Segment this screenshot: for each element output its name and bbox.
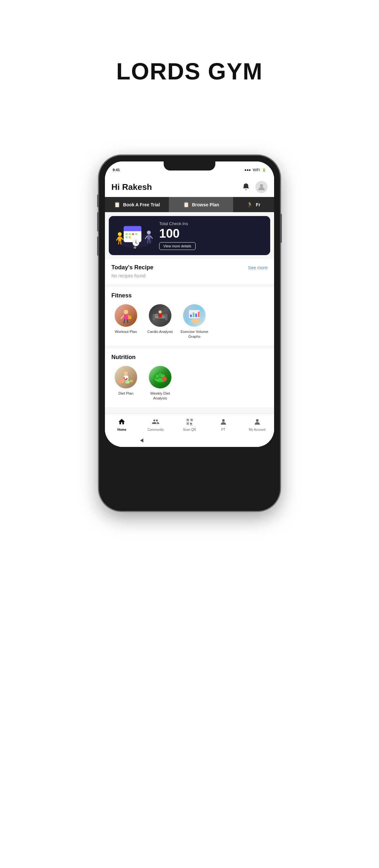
app-header: Hi Rakesh [105, 176, 274, 197]
svg-rect-46 [198, 312, 199, 317]
fitness-items: Workout Plan [112, 304, 267, 339]
cardio-analysis-icon [149, 304, 171, 327]
list-icon: 📋 [183, 202, 189, 208]
svg-rect-41 [159, 314, 162, 318]
nutrition-title: Nutrition [112, 354, 267, 361]
svg-rect-5 [126, 233, 128, 235]
power-button [280, 214, 282, 243]
nav-scan-qr-label: Scan QR [183, 428, 196, 431]
diet-plan-item[interactable]: Diet Plan [112, 366, 140, 401]
nav-my-account-label: My Account [249, 428, 266, 431]
weekly-diet-label: Weekly Diet Analysis [146, 391, 175, 401]
avatar[interactable] [255, 181, 267, 193]
nav-scan-qr[interactable]: Scan QR [173, 416, 207, 433]
svg-rect-49 [195, 318, 196, 322]
svg-line-32 [124, 320, 125, 323]
svg-point-56 [130, 380, 133, 382]
exercise-volume-icon [183, 304, 206, 327]
checkin-illustration [114, 223, 156, 249]
svg-rect-29 [124, 314, 128, 320]
svg-point-28 [124, 310, 128, 314]
workout-plan-icon [115, 304, 137, 327]
android-home-button[interactable] [186, 437, 193, 444]
volume-down-button [97, 237, 99, 256]
svg-point-0 [260, 184, 263, 187]
home-icon [118, 418, 126, 427]
recipe-see-more[interactable]: See more [248, 265, 267, 270]
recipe-section: Today's Recipe See more No recipes found [105, 259, 274, 284]
svg-point-66 [222, 419, 225, 422]
checkin-label: Total Check-Ins [159, 221, 188, 226]
cardio-analysis-item[interactable]: Cardio Analysis [146, 304, 175, 339]
header-icons [241, 181, 267, 193]
svg-rect-9 [126, 237, 128, 238]
status-bar: 9:41 ●●● WiFi 🔋 [105, 161, 274, 176]
svg-rect-36 [153, 314, 155, 320]
browse-plan-button[interactable]: 📋 Browse Plan [169, 197, 233, 212]
book-free-trial-button[interactable]: 📋 Book A Free Trial [105, 197, 169, 212]
svg-point-67 [256, 419, 259, 422]
workout-plan-label: Workout Plan [115, 330, 137, 334]
nav-home[interactable]: Home [105, 416, 139, 433]
svg-rect-50 [197, 319, 198, 322]
main-scroll: Total Check-Ins 100 View more details To… [105, 212, 274, 414]
app-content: Hi Rakesh [105, 176, 274, 447]
fr-button[interactable]: 🏃 Fr [233, 197, 274, 212]
fitness-title: Fitness [112, 292, 267, 299]
checkin-info: Total Check-Ins 100 View more details [159, 221, 265, 250]
svg-rect-8 [135, 233, 137, 235]
svg-rect-48 [193, 319, 194, 322]
svg-point-51 [124, 371, 128, 375]
nutrition-section: Nutrition [105, 349, 274, 407]
weekly-diet-item[interactable]: Weekly Diet Analysis [146, 366, 175, 401]
svg-point-17 [147, 230, 151, 235]
volume-mute-button [97, 194, 99, 207]
nav-home-label: Home [118, 428, 127, 431]
phone-frame: 9:41 ●●● WiFi 🔋 Hi Rakesh [99, 156, 280, 511]
diet-plan-label: Diet Plan [119, 391, 134, 396]
checkin-count: 100 [159, 227, 180, 240]
svg-point-55 [125, 380, 130, 383]
svg-point-54 [119, 379, 124, 383]
svg-rect-4 [124, 229, 141, 231]
android-nav-bar [105, 434, 274, 447]
android-back-button[interactable] [138, 437, 145, 444]
pt-icon [220, 418, 227, 427]
svg-point-53 [126, 378, 128, 379]
weekly-diet-icon [149, 366, 171, 389]
nav-pt[interactable]: PT [206, 416, 240, 433]
nav-community-label: Community [148, 428, 164, 431]
svg-rect-37 [165, 314, 167, 320]
page-title: LORDS GYM [116, 58, 263, 85]
nav-my-account[interactable]: My Account [240, 416, 274, 433]
svg-marker-68 [140, 438, 143, 442]
svg-point-40 [159, 310, 162, 314]
svg-rect-10 [129, 237, 131, 238]
checkin-banner: Total Check-Ins 100 View more details [109, 216, 270, 255]
diet-plan-icon [115, 366, 137, 389]
run-icon: 🏃 [247, 202, 253, 208]
phone-screen: 9:41 ●●● WiFi 🔋 Hi Rakesh [105, 161, 274, 447]
volume-up-button [97, 212, 99, 231]
notification-bell-icon[interactable] [241, 182, 251, 192]
recipe-section-header: Today's Recipe See more [112, 264, 267, 271]
svg-rect-18 [147, 235, 151, 239]
cardio-analysis-label: Cardio Analysis [147, 330, 173, 334]
recipe-title: Today's Recipe [112, 264, 153, 271]
exercise-volume-item[interactable]: Exercise Volume Graphs [180, 304, 209, 339]
android-square-button[interactable] [234, 437, 241, 444]
workout-plan-item[interactable]: Workout Plan [112, 304, 140, 339]
greeting-text: Hi Rakesh [112, 182, 152, 192]
nav-community[interactable]: Community [139, 416, 173, 433]
my-account-icon [253, 418, 261, 427]
svg-rect-45 [195, 314, 197, 317]
clipboard-icon: 📋 [114, 202, 120, 208]
svg-rect-6 [129, 233, 131, 235]
svg-rect-12 [118, 237, 121, 241]
view-details-button[interactable]: View more details [159, 242, 196, 250]
action-buttons-row: 📋 Book A Free Trial 📋 Browse Plan 🏃 Fr [105, 197, 274, 212]
nutrition-items: Diet Plan [112, 366, 267, 401]
svg-line-30 [121, 316, 124, 318]
svg-rect-34 [128, 316, 131, 319]
svg-rect-44 [193, 313, 194, 317]
